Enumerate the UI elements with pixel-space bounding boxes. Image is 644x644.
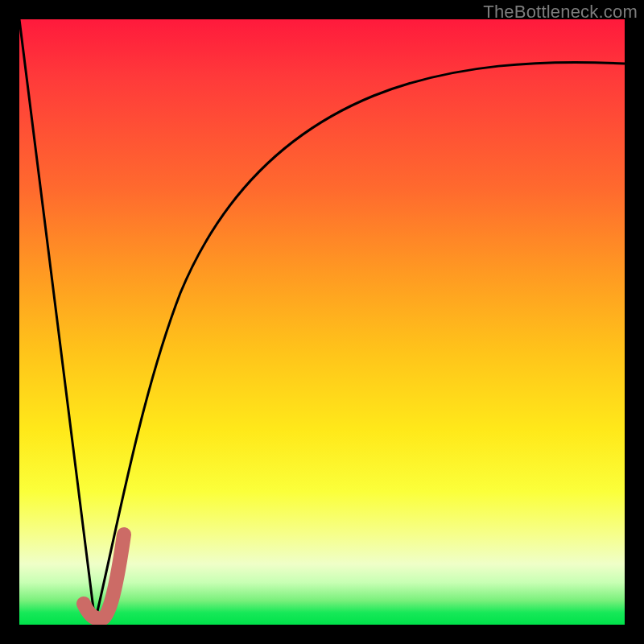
curves-svg bbox=[19, 19, 625, 625]
chart-frame: TheBottleneck.com bbox=[0, 0, 644, 644]
right-arc-line bbox=[95, 62, 625, 621]
plot-area bbox=[19, 19, 625, 625]
left-descent-line bbox=[19, 19, 95, 621]
